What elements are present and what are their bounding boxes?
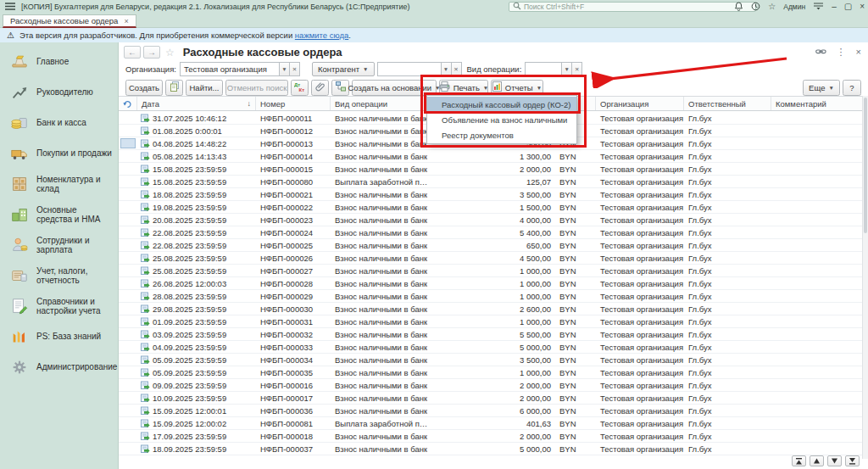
vertical-scrollbar[interactable] [862, 96, 868, 459]
cell-currency[interactable]: BYN [555, 226, 596, 238]
table-row[interactable]: 29.08.2025 23:59:59НФБП-000030Взнос нали… [119, 303, 868, 315]
cell-currency[interactable]: BYN [555, 239, 596, 251]
cell-sum[interactable]: 1 000,00 [434, 277, 555, 289]
cell-comment[interactable] [771, 366, 862, 378]
cell-comment[interactable] [771, 125, 862, 137]
attachments-button[interactable] [311, 80, 329, 96]
cell-comment[interactable] [771, 188, 862, 200]
close-window-button[interactable]: × [860, 3, 865, 11]
cell-operation[interactable]: Выплата заработной платы [331, 417, 434, 429]
cell-operation[interactable]: Взнос наличными в банк [331, 137, 434, 149]
cell-operation[interactable]: Взнос наличными в банк [331, 265, 434, 276]
column-header-responsible[interactable]: Ответственный [684, 97, 771, 110]
cell-operation[interactable]: Взнос наличными в банк [331, 150, 434, 162]
cell-comment[interactable] [771, 150, 862, 162]
cell-sum[interactable]: 3 500,00 [434, 188, 555, 200]
table-row[interactable]: 03.09.2025 23:59:59НФБП-000032Взнос нали… [119, 328, 868, 341]
cell-sum[interactable]: 1 500,00 [434, 201, 555, 213]
table-row[interactable]: 09.09.2025 23:59:59НФБП-000016Взнос нали… [119, 379, 868, 392]
cell-sum[interactable]: 2 000,00 [434, 430, 555, 442]
cell-number[interactable]: НФБП-000029 [256, 290, 331, 302]
cell-number[interactable]: НФБП-000012 [256, 125, 331, 137]
cell-sum[interactable]: 1 000,00 [434, 290, 555, 302]
sidebar-item-9[interactable]: PS: База знаний [0, 321, 118, 352]
cell-number[interactable]: НФБП-000027 [256, 265, 331, 276]
purchase-link[interactable]: нажмите сюда [295, 31, 348, 40]
cell-number[interactable]: НФБП-000034 [256, 354, 331, 366]
cell-organization[interactable]: Тестовая организация [596, 112, 684, 124]
cell-currency[interactable]: BYN [555, 303, 596, 315]
cell-responsible[interactable]: Гл.бух [684, 430, 771, 442]
copy-button[interactable] [165, 80, 183, 96]
cell-sum[interactable]: 650,00 [434, 239, 555, 251]
cell-sum[interactable]: 5 500,00 [434, 328, 555, 340]
cell-responsible[interactable]: Гл.бух [684, 315, 771, 327]
cell-sum[interactable]: 2 000,00 [434, 379, 555, 391]
notifications-bell-icon[interactable] [734, 2, 743, 13]
cell-operation[interactable]: Взнос наличными в банк [331, 366, 434, 378]
cell-comment[interactable] [771, 328, 862, 340]
cell-comment[interactable] [771, 137, 862, 149]
cell-currency[interactable]: BYN [555, 201, 596, 213]
cell-responsible[interactable]: Гл.бух [684, 150, 771, 162]
table-row[interactable]: 01.09.2025 23:59:59НФБП-000031Взнос нали… [119, 315, 868, 328]
cell-responsible[interactable]: Гл.бух [684, 112, 771, 124]
cell-sum[interactable]: 1 000,00 [434, 366, 555, 378]
reports-button[interactable]: Отчеты▼ [491, 80, 543, 96]
cell-responsible[interactable]: Гл.бух [684, 188, 771, 200]
cell-operation[interactable]: Взнос наличными в банк [331, 188, 434, 200]
cell-date[interactable]: 18.08.2025 23:59:59 [137, 188, 256, 200]
cell-number[interactable]: НФБП-000025 [256, 239, 331, 251]
cell-responsible[interactable]: Гл.бух [684, 405, 771, 416]
cell-date[interactable]: 19.08.2025 23:59:59 [137, 201, 256, 213]
cell-operation[interactable]: Взнос наличными в банк [331, 379, 434, 391]
cell-number[interactable]: НФБП-000013 [256, 137, 331, 149]
cell-organization[interactable]: Тестовая организация [596, 303, 684, 315]
cell-date[interactable]: 10.09.2025 23:59:59 [137, 392, 256, 404]
history-icon[interactable] [751, 2, 760, 13]
cell-sum[interactable]: 5 000,00 [434, 341, 555, 353]
search-input[interactable] [524, 3, 752, 11]
cell-organization[interactable]: Тестовая организация [596, 163, 684, 175]
cell-date[interactable]: 03.09.2025 23:59:59 [137, 328, 256, 340]
cell-operation[interactable]: Выплата заработной платы [331, 176, 434, 187]
cell-currency[interactable]: BYN [555, 265, 596, 276]
cell-number[interactable]: НФБП-000035 [256, 366, 331, 378]
table-row[interactable]: 18.09.2025 23:59:59НФБП-000037Взнос нали… [119, 443, 868, 455]
cell-organization[interactable]: Тестовая организация [596, 430, 684, 442]
cell-responsible[interactable]: Гл.бух [684, 392, 771, 404]
table-row[interactable]: 25.08.2025 23:59:59НФБП-000027Взнос нали… [119, 265, 868, 277]
cell-comment[interactable] [771, 315, 862, 327]
cell-responsible[interactable]: Гл.бух [684, 341, 771, 353]
cell-responsible[interactable]: Гл.бух [684, 125, 771, 137]
cell-date[interactable]: 05.08.2025 14:13:43 [137, 150, 256, 162]
cell-organization[interactable]: Тестовая организация [596, 443, 684, 455]
sidebar-item-2[interactable]: Банк и касса [0, 108, 118, 138]
cell-responsible[interactable]: Гл.бух [684, 137, 771, 149]
minimize-button[interactable]: – [832, 3, 837, 11]
cell-comment[interactable] [771, 112, 862, 124]
cell-currency[interactable]: BYN [555, 163, 596, 175]
cell-number[interactable]: НФБП-000026 [256, 252, 331, 264]
favorites-star-icon[interactable]: ☆ [768, 3, 776, 11]
cell-date[interactable]: 04.09.2025 23:59:59 [137, 341, 256, 353]
cell-sum[interactable]: 2 000,00 [434, 163, 555, 175]
cell-organization[interactable]: Тестовая организация [596, 417, 684, 429]
sidebar-item-1[interactable]: Руководителю [0, 77, 118, 108]
cell-organization[interactable]: Тестовая организация [596, 150, 684, 162]
cell-organization[interactable]: Тестовая организация [596, 405, 684, 416]
scroll-to-top-button[interactable] [792, 455, 806, 466]
cell-number[interactable]: НФБП-000024 [256, 226, 331, 238]
cell-number[interactable]: НФБП-000028 [256, 277, 331, 289]
cell-currency[interactable]: BYN [555, 214, 596, 226]
cell-date[interactable]: 22.08.2025 23:59:59 [137, 226, 256, 238]
refresh-icon[interactable] [119, 97, 137, 110]
scroll-to-bottom-button[interactable] [845, 455, 860, 466]
cell-number[interactable]: НФБП-000017 [256, 392, 331, 404]
cell-date[interactable]: 26.08.2025 12:00:03 [137, 277, 256, 289]
table-row[interactable]: 19.08.2025 23:59:59НФБП-000022Взнос нали… [119, 201, 868, 214]
close-form-icon[interactable]: × [856, 47, 861, 57]
sidebar-item-8[interactable]: Справочники и настройки учета [0, 291, 118, 321]
cell-comment[interactable] [771, 354, 862, 366]
sidebar-item-0[interactable]: Главное [0, 47, 118, 77]
